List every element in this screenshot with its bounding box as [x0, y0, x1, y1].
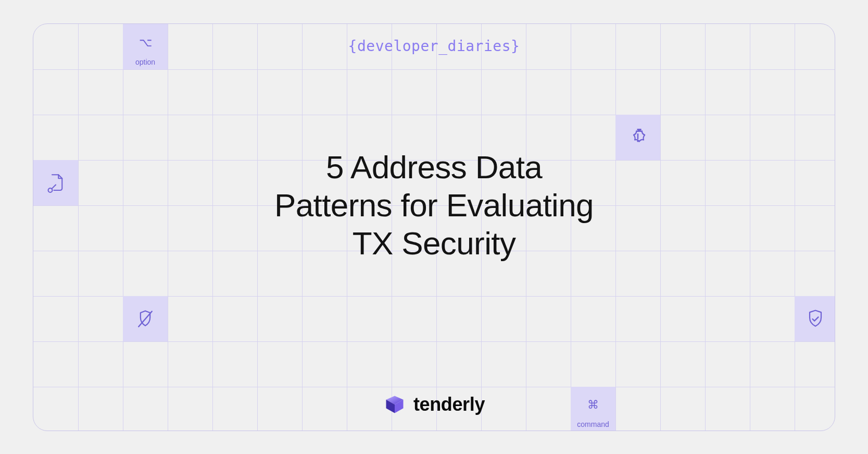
shield-off-cell: [123, 296, 168, 341]
brand-name: tenderly: [413, 394, 485, 415]
option-key-label: option: [123, 58, 168, 66]
command-key-label: command: [571, 420, 615, 428]
shield-check-cell: [795, 296, 835, 341]
tenderly-logo-icon: [383, 393, 406, 416]
series-tag: {developer_diaries}: [33, 38, 835, 55]
svg-point-2: [637, 140, 638, 141]
alert-badge-icon: [626, 126, 650, 150]
shield-check-icon: [804, 308, 827, 330]
shield-off-icon: [134, 308, 157, 330]
content-card: ⌥ option: [33, 23, 835, 431]
article-title-line-1: 5 Address Data Patterns for Evaluating T…: [274, 149, 594, 261]
brand-lockup: tenderly: [33, 393, 835, 416]
stage: ⌥ option: [0, 0, 868, 454]
article-title: 5 Address Data Patterns for Evaluating T…: [33, 148, 835, 262]
